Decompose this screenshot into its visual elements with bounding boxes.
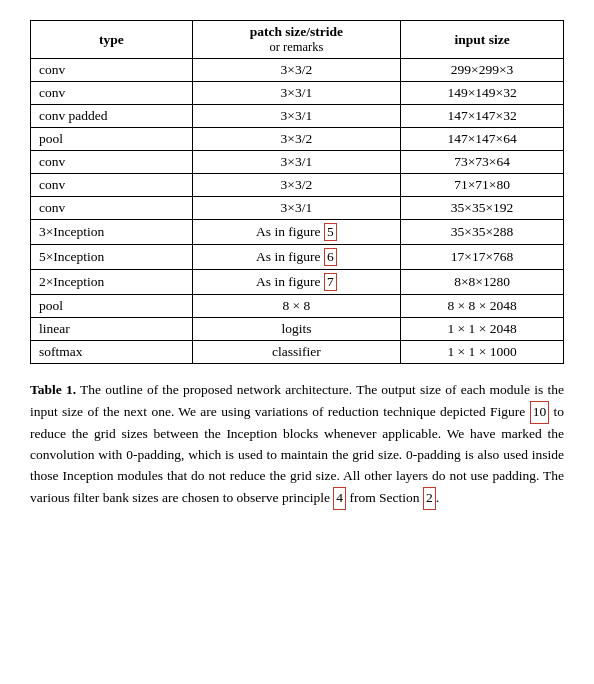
cell-type: conv [31, 82, 193, 105]
cell-type: pool [31, 128, 193, 151]
cell-patch: As in figure 5 [192, 220, 400, 245]
caption-text1: The outline of the proposed network arch… [30, 382, 564, 419]
cell-patch: As in figure 6 [192, 245, 400, 270]
cell-patch: As in figure 7 [192, 270, 400, 295]
cell-input: 299×299×3 [401, 59, 564, 82]
cell-input: 35×35×288 [401, 220, 564, 245]
table-row: conv3×3/271×71×80 [31, 174, 564, 197]
cell-input: 8×8×1280 [401, 270, 564, 295]
cell-patch: 3×3/1 [192, 82, 400, 105]
cell-type: 5×Inception [31, 245, 193, 270]
cell-input: 73×73×64 [401, 151, 564, 174]
cell-patch: 3×3/2 [192, 174, 400, 197]
cell-input: 147×147×32 [401, 105, 564, 128]
figure-ref: 7 [324, 273, 337, 291]
table-row: 3×InceptionAs in figure 535×35×288 [31, 220, 564, 245]
cell-type: conv [31, 174, 193, 197]
table-container: type patch size/stride or remarks input … [30, 20, 564, 364]
table-row: 5×InceptionAs in figure 617×17×768 [31, 245, 564, 270]
cell-type: conv [31, 59, 193, 82]
cell-input: 1 × 1 × 1000 [401, 341, 564, 364]
table-body: conv3×3/2299×299×3conv3×3/1149×149×32con… [31, 59, 564, 364]
cell-input: 71×71×80 [401, 174, 564, 197]
table-row: conv3×3/2299×299×3 [31, 59, 564, 82]
cell-input: 147×147×64 [401, 128, 564, 151]
cell-patch: 3×3/1 [192, 151, 400, 174]
cell-type: linear [31, 318, 193, 341]
table-caption: Table 1. The outline of the proposed net… [30, 380, 564, 510]
cell-type: conv [31, 197, 193, 220]
table-row: conv padded3×3/1147×147×32 [31, 105, 564, 128]
table-row: conv3×3/173×73×64 [31, 151, 564, 174]
table-row: pool3×3/2147×147×64 [31, 128, 564, 151]
col-type-header: type [31, 21, 193, 59]
caption-label: Table 1. [30, 382, 76, 397]
table-row: softmaxclassifier1 × 1 × 1000 [31, 341, 564, 364]
cell-patch: 8 × 8 [192, 295, 400, 318]
col-patch-main: patch size/stride [201, 24, 392, 40]
table-row: 2×InceptionAs in figure 78×8×1280 [31, 270, 564, 295]
cell-type: pool [31, 295, 193, 318]
cell-input: 149×149×32 [401, 82, 564, 105]
col-input-header: input size [401, 21, 564, 59]
col-patch-header: patch size/stride or remarks [192, 21, 400, 59]
table-row: linearlogits1 × 1 × 2048 [31, 318, 564, 341]
figure-ref: 6 [324, 248, 337, 266]
caption-text4: . [436, 490, 439, 505]
col-patch-sub: or remarks [201, 40, 392, 55]
caption-ref3: 2 [423, 487, 436, 510]
cell-patch: 3×3/2 [192, 128, 400, 151]
cell-type: 2×Inception [31, 270, 193, 295]
caption-ref2: 4 [333, 487, 346, 510]
caption-ref1: 10 [530, 401, 550, 424]
cell-type: conv padded [31, 105, 193, 128]
cell-patch: 3×3/1 [192, 197, 400, 220]
table-row: conv3×3/1149×149×32 [31, 82, 564, 105]
cell-type: softmax [31, 341, 193, 364]
cell-patch: 3×3/2 [192, 59, 400, 82]
cell-input: 35×35×192 [401, 197, 564, 220]
cell-input: 17×17×768 [401, 245, 564, 270]
architecture-table: type patch size/stride or remarks input … [30, 20, 564, 364]
table-row: conv3×3/135×35×192 [31, 197, 564, 220]
cell-type: conv [31, 151, 193, 174]
table-row: pool8 × 88 × 8 × 2048 [31, 295, 564, 318]
cell-input: 8 × 8 × 2048 [401, 295, 564, 318]
figure-ref: 5 [324, 223, 337, 241]
caption-text2: to reduce the grid sizes between the Inc… [30, 404, 564, 505]
cell-patch: logits [192, 318, 400, 341]
cell-patch: classifier [192, 341, 400, 364]
caption-text3: from Section [346, 490, 423, 505]
cell-type: 3×Inception [31, 220, 193, 245]
cell-input: 1 × 1 × 2048 [401, 318, 564, 341]
cell-patch: 3×3/1 [192, 105, 400, 128]
